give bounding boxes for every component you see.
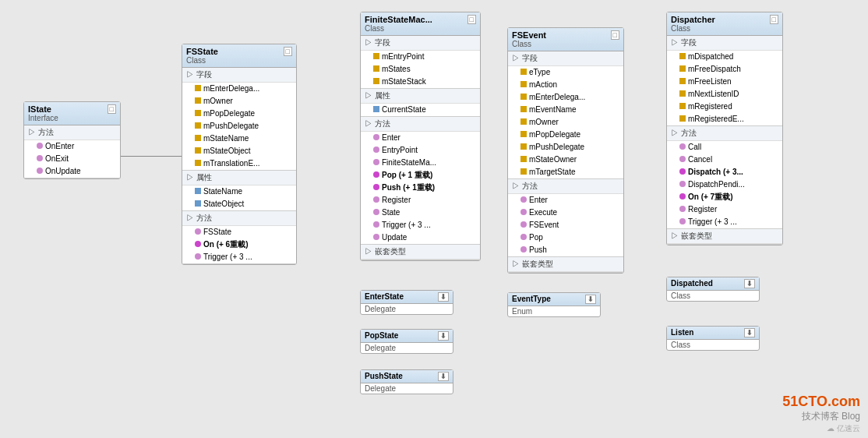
fsstate-fields-label: ▷ 字段 — [182, 68, 296, 83]
dispatcher-fields-section: ▷ 字段 mDispatched mFreeDispatch mFreeList… — [667, 36, 782, 126]
fsevent-method-2: Execute — [508, 207, 623, 219]
dispatcher-card: Dispatcher Class □ ▷ 字段 mDispatched mFre… — [666, 12, 783, 245]
connector-istate-fsstate — [121, 156, 183, 157]
fsevent-method-1: Enter — [508, 194, 623, 207]
fsstate-methods-section: ▷ 方法 FSState On (+ 6重載) Trigger (+ 3 ... — [182, 211, 296, 264]
dispatched-subtitle: Class — [667, 291, 759, 301]
dispatched-card: Dispatched ⬇ Class — [666, 277, 760, 302]
fsevent-field-8: mStateOwner — [508, 154, 623, 166]
popstate-expand-icon[interactable]: ⬇ — [438, 331, 449, 341]
fsevent-card: FSEvent Class □ ▷ 字段 eType mAction mEnte… — [507, 27, 624, 274]
fsevent-field-4: mEventName — [508, 104, 623, 116]
fsevent-field-2: mAction — [508, 79, 623, 91]
watermark-cloud: 亿速云 — [837, 424, 860, 433]
popstate-card: PopState ⬇ Delegate — [360, 329, 453, 354]
fsm-props-label: ▷ 属性 — [361, 89, 480, 104]
fsm-method-3: FiniteStateMa... — [361, 157, 480, 169]
eventtype-subtitle: Enum — [508, 306, 600, 316]
istate-methods-label: ▷ 方法 — [24, 125, 120, 140]
fsm-fields-section: ▷ 字段 mEntryPoint mStates mStateStack — [361, 36, 480, 89]
dispatcher-nested-label: ▷ 嵌套类型 — [667, 229, 782, 244]
fsevent-field-6: mPopDelegate — [508, 129, 623, 141]
fsm-method-1: Enter — [361, 132, 480, 144]
istate-expand-icon[interactable]: □ — [108, 104, 116, 114]
fsm-method-8: Trigger (+ 3 ... — [361, 219, 480, 231]
dispatcher-method-3: Dispatch (+ 3... — [667, 166, 782, 178]
fsm-nested-section: ▷ 嵌套类型 — [361, 245, 480, 260]
fsstate-prop-1: StateName — [182, 185, 296, 198]
fsevent-expand-icon[interactable]: □ — [611, 30, 619, 40]
listen-subtitle: Class — [667, 340, 759, 350]
fsm-methods-label: ▷ 方法 — [361, 117, 480, 132]
fsstate-field-2: mOwner — [182, 95, 296, 108]
fsm-method-4: Pop (+ 1 重载) — [361, 169, 480, 182]
istate-method-onexit: OnExit — [24, 153, 120, 165]
istate-methods-section: ▷ 方法 OnEnter OnExit OnUpdate — [24, 125, 120, 178]
fsevent-field-1: eType — [508, 66, 623, 79]
fsstate-props-label: ▷ 属性 — [182, 171, 296, 185]
fsm-expand-icon[interactable]: □ — [468, 15, 476, 24]
fsm-method-2: EntryPoint — [361, 144, 480, 157]
pushstate-expand-icon[interactable]: ⬇ — [438, 372, 449, 381]
fsevent-field-7: mPushDelegate — [508, 141, 623, 154]
eventtype-expand-icon[interactable]: ⬇ — [585, 295, 596, 304]
fsstate-field-3: mPopDelegate — [182, 108, 296, 120]
dispatcher-method-4: DispatchPendi... — [667, 178, 782, 191]
fsstate-fields-section: ▷ 字段 mEnterDelega... mOwner mPopDelegate… — [182, 68, 296, 171]
watermark-icon: ☁ — [827, 424, 834, 433]
eventtype-header: EventType ⬇ — [508, 293, 600, 306]
fsstate-method-3: Trigger (+ 3 ... — [182, 251, 296, 263]
dispatcher-method-1: Call — [667, 141, 782, 154]
popstate-subtitle: Delegate — [361, 343, 453, 353]
dispatcher-methods-section: ▷ 方法 Call Cancel Dispatch (+ 3... Dispat… — [667, 126, 782, 229]
fsm-header: FiniteStateMac... Class □ — [361, 12, 480, 36]
dispatcher-method-5: On (+ 7重载) — [667, 191, 782, 203]
fsstate-subtitle: Class — [186, 56, 218, 65]
fsstate-title: FSState — [186, 47, 218, 56]
fsstate-field-1: mEnterDelega... — [182, 83, 296, 95]
fsm-field-2: mStates — [361, 63, 480, 76]
enterstate-header: EnterState ⬇ — [361, 291, 453, 304]
fsevent-field-3: mEnterDelega... — [508, 91, 623, 104]
eventtype-card: EventType ⬇ Enum — [507, 292, 601, 317]
fsstate-methods-label: ▷ 方法 — [182, 211, 296, 226]
fsstate-field-6: mStateObject — [182, 145, 296, 157]
fsstate-field-7: mTranslationE... — [182, 157, 296, 170]
dispatcher-field-3: mFreeListen — [667, 76, 782, 88]
dispatched-header: Dispatched ⬇ — [667, 277, 759, 291]
dispatcher-field-2: mFreeDispatch — [667, 63, 782, 76]
dispatcher-method-6: Register — [667, 203, 782, 216]
dispatcher-field-5: mRegistered — [667, 101, 782, 113]
enterstate-expand-icon[interactable]: ⬇ — [438, 292, 449, 302]
listen-title: Listen — [671, 328, 693, 337]
istate-method-onenter: OnEnter — [24, 140, 120, 153]
dispatcher-field-1: mDispatched — [667, 51, 782, 63]
fsm-method-6: Register — [361, 194, 480, 207]
watermark-sub: ☁ 亿速云 — [782, 423, 860, 434]
fsevent-fields-label: ▷ 字段 — [508, 51, 623, 66]
main-canvas: IState Interface □ ▷ 方法 OnEnter OnExit O… — [0, 0, 868, 438]
enterstate-subtitle: Delegate — [361, 304, 453, 314]
fsstate-field-4: mPushDelegate — [182, 120, 296, 132]
enterstate-title: EnterState — [365, 292, 404, 302]
fsevent-header: FSEvent Class □ — [508, 28, 623, 51]
listen-expand-icon[interactable]: ⬇ — [744, 328, 755, 337]
enterstate-card: EnterState ⬇ Delegate — [360, 290, 453, 315]
istate-title: IState — [28, 104, 58, 114]
fsstate-expand-icon[interactable]: □ — [284, 47, 292, 56]
pushstate-title: PushState — [365, 372, 403, 381]
fsstate-method-2: On (+ 6重載) — [182, 238, 296, 251]
istate-header: IState Interface □ — [24, 102, 120, 125]
dispatcher-expand-icon[interactable]: □ — [770, 15, 778, 24]
fsevent-methods-section: ▷ 方法 Enter Execute FSEvent Pop Push — [508, 179, 623, 257]
dispatched-expand-icon[interactable]: ⬇ — [744, 279, 755, 288]
fsm-fields-label: ▷ 字段 — [361, 36, 480, 51]
fsm-props-section: ▷ 属性 CurrentState — [361, 89, 480, 117]
dispatcher-field-6: mRegisteredE... — [667, 113, 782, 125]
fsm-subtitle: Class — [365, 24, 432, 33]
fsevent-nested-section: ▷ 嵌套类型 — [508, 257, 623, 273]
listen-header: Listen ⬇ — [667, 327, 759, 340]
pushstate-card: PushState ⬇ Delegate — [360, 369, 453, 394]
fsm-field-1: mEntryPoint — [361, 51, 480, 63]
fsevent-nested-label: ▷ 嵌套类型 — [508, 257, 623, 272]
